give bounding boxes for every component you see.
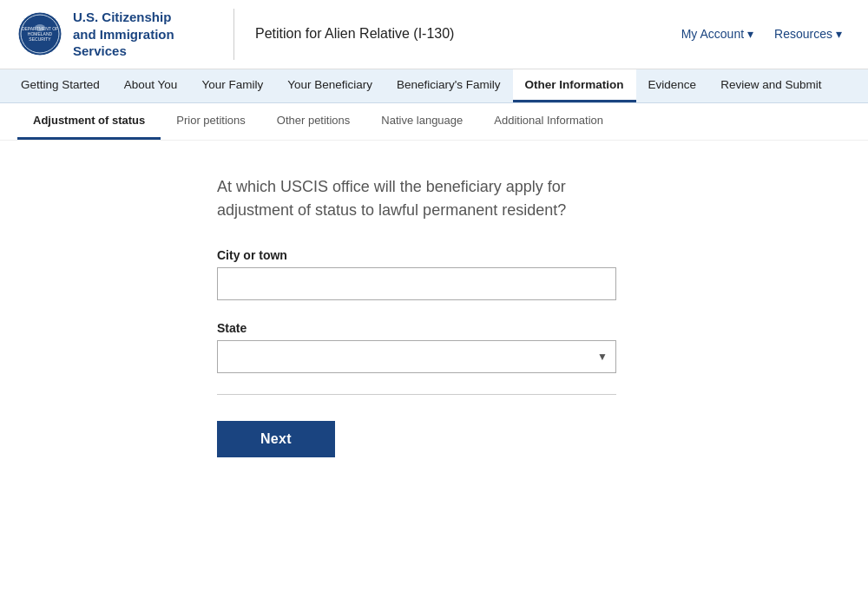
tab-getting-started[interactable]: Getting Started — [9, 69, 112, 102]
city-input[interactable] — [217, 267, 616, 300]
main-content: At which USCIS office will the beneficia… — [0, 141, 781, 492]
form-divider — [217, 394, 616, 395]
tab-about-you[interactable]: About You — [112, 69, 190, 102]
tab-other-information[interactable]: Other Information — [513, 69, 636, 102]
next-button[interactable]: Next — [217, 421, 335, 457]
chevron-down-icon: ▾ — [747, 27, 753, 41]
svg-point-5 — [35, 24, 45, 31]
agency-logo: DEPARTMENT OF HOMELAND SECURITY U.S. Cit… — [17, 9, 234, 60]
state-label: State — [217, 321, 764, 335]
page-header: DEPARTMENT OF HOMELAND SECURITY U.S. Cit… — [0, 0, 868, 69]
tab-evidence[interactable]: Evidence — [636, 69, 709, 102]
subtab-other-petitions[interactable]: Other petitions — [261, 103, 366, 140]
state-field-group: State AlabamaAlaskaArizonaArkansasCalifo… — [217, 321, 764, 373]
svg-text:SECURITY: SECURITY — [29, 36, 51, 42]
subtab-adjustment-of-status[interactable]: Adjustment of status — [17, 103, 161, 140]
form-title: Petition for Alien Relative (I-130) — [234, 26, 673, 42]
resources-button[interactable]: Resources ▾ — [766, 22, 851, 46]
city-field-group: City or town — [217, 248, 764, 300]
sub-navigation: Adjustment of status Prior petitions Oth… — [0, 103, 868, 141]
chevron-down-icon: ▾ — [836, 27, 842, 41]
subtab-prior-petitions[interactable]: Prior petitions — [161, 103, 260, 140]
tab-review-and-submit[interactable]: Review and Submit — [708, 69, 833, 102]
state-select[interactable]: AlabamaAlaskaArizonaArkansasCaliforniaCo… — [217, 340, 616, 373]
main-navigation: Getting Started About You Your Family Yo… — [0, 69, 868, 103]
my-account-button[interactable]: My Account ▾ — [673, 22, 762, 46]
question-text: At which USCIS office will the beneficia… — [217, 175, 634, 222]
subtab-native-language[interactable]: Native language — [365, 103, 478, 140]
dhs-seal-icon: DEPARTMENT OF HOMELAND SECURITY — [17, 11, 62, 56]
tab-your-family[interactable]: Your Family — [189, 69, 275, 102]
tab-beneficiarys-family[interactable]: Beneficiary's Family — [385, 69, 513, 102]
subtab-additional-information[interactable]: Additional Information — [478, 103, 619, 140]
tab-your-beneficiary[interactable]: Your Beneficiary — [275, 69, 385, 102]
header-nav: My Account ▾ Resources ▾ — [673, 22, 851, 46]
city-label: City or town — [217, 248, 764, 262]
agency-name: U.S. Citizenship and Immigration Service… — [73, 9, 174, 60]
state-select-wrapper: AlabamaAlaskaArizonaArkansasCaliforniaCo… — [217, 340, 616, 373]
